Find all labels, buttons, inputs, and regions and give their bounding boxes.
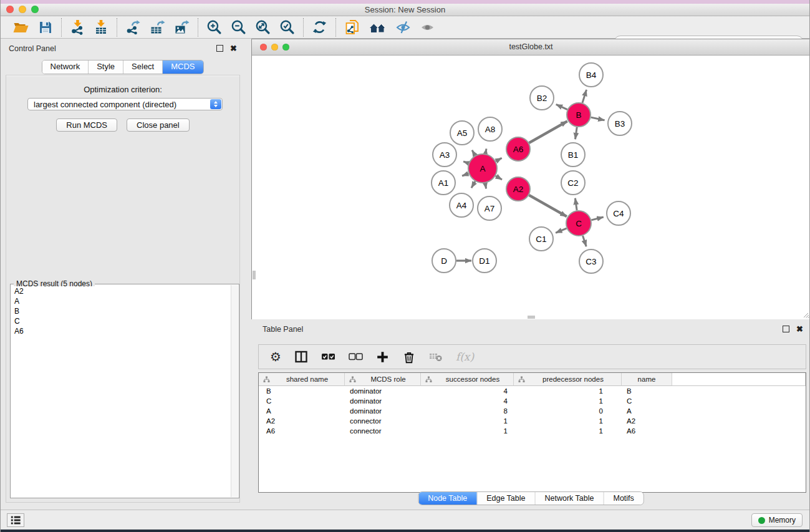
table-cell[interactable]: connector — [345, 417, 421, 425]
table-cell[interactable]: C — [259, 397, 345, 405]
show-hide-columns-button[interactable] — [294, 349, 309, 364]
table-cell[interactable]: 1 — [421, 427, 514, 435]
network-window-titlebar[interactable]: testGlobe.txt — [252, 39, 810, 56]
graph-edge-A-A7[interactable] — [485, 183, 486, 189]
table-cell[interactable]: A2 — [259, 417, 345, 425]
column-header-predecessor-nodes[interactable]: predecessor nodes — [514, 373, 622, 386]
delete-table-button[interactable] — [428, 351, 443, 363]
graph-edge-A2-C[interactable] — [529, 195, 566, 216]
table-cell[interactable]: A6 — [622, 427, 672, 435]
table-row[interactable]: A6connector11A6 — [259, 426, 806, 436]
export-network-button[interactable] — [125, 19, 142, 36]
close-table-panel-icon[interactable]: ✖ — [796, 326, 803, 332]
table-cell[interactable]: dominator — [345, 387, 421, 395]
table-cell[interactable]: 1 — [514, 387, 622, 395]
import-table-button[interactable] — [93, 19, 109, 36]
zoom-selected-button[interactable] — [279, 19, 296, 36]
table-cell[interactable]: dominator — [345, 407, 421, 415]
select-all-button[interactable] — [321, 351, 336, 362]
network-canvas[interactable]: B4B2BB3A5A8A6B1A3AC2A1A2A4A7C4CC1C3DD1 — [252, 56, 810, 319]
graph-edge-A6-B[interactable] — [529, 121, 567, 143]
import-network-button[interactable] — [69, 19, 85, 36]
delete-column-button[interactable] — [402, 349, 417, 365]
column-header-shared-name[interactable]: shared name — [259, 373, 345, 386]
close-panel-button[interactable]: Close panel — [127, 118, 190, 132]
table-row[interactable]: A2connector11A2 — [259, 416, 806, 426]
export-table-button[interactable] — [149, 19, 166, 36]
maximize-window-button[interactable] — [31, 6, 39, 13]
deselect-all-button[interactable] — [348, 351, 364, 362]
task-history-button[interactable] — [7, 513, 24, 527]
graph-edge-B-B2[interactable] — [556, 104, 567, 109]
graph-edge-A-A2[interactable] — [496, 176, 502, 180]
float-table-panel-icon[interactable] — [783, 326, 789, 332]
column-header-name[interactable]: name — [622, 373, 672, 386]
table-cell[interactable]: 4 — [421, 387, 514, 395]
mcds-result-item[interactable]: A — [11, 296, 231, 306]
table-cell[interactable]: B — [622, 387, 672, 395]
mcds-result-item[interactable]: A2 — [11, 286, 231, 296]
table-cell[interactable]: A6 — [259, 427, 345, 435]
table-cell[interactable]: 0 — [514, 407, 622, 415]
tab-motifs[interactable]: Motifs — [604, 492, 643, 505]
column-header-MCDS-role[interactable]: MCDS role — [345, 373, 421, 386]
first-neighbors-button[interactable] — [369, 19, 387, 36]
graph-edge-A-A6[interactable] — [496, 158, 502, 161]
minimize-window-button[interactable] — [19, 6, 26, 13]
table-cell[interactable]: A — [259, 407, 345, 415]
close-network-button[interactable] — [260, 44, 267, 51]
graph-edge-B-B3[interactable] — [591, 117, 605, 120]
tab-select[interactable]: Select — [123, 60, 163, 74]
table-cell[interactable]: connector — [345, 427, 421, 435]
float-panel-icon[interactable] — [216, 45, 223, 52]
apply-layout-button[interactable] — [311, 19, 328, 36]
tab-edge-table[interactable]: Edge Table — [477, 492, 535, 505]
table-cell[interactable]: A2 — [622, 417, 672, 425]
column-header-successor-nodes[interactable]: successor nodes — [421, 373, 514, 386]
graph-edge-C-C1[interactable] — [556, 228, 567, 233]
export-image-button[interactable] — [173, 19, 190, 36]
close-window-button[interactable] — [6, 6, 14, 13]
table-cell[interactable]: B — [259, 387, 345, 395]
vertical-scrollbar-thumb[interactable] — [253, 271, 256, 279]
tab-style[interactable]: Style — [89, 60, 123, 74]
graph-edge-C-C4[interactable] — [591, 217, 603, 220]
table-row[interactable]: Bdominator41B — [259, 386, 806, 396]
close-panel-icon[interactable]: ✖ — [230, 46, 237, 52]
resize-grip-icon[interactable] — [804, 313, 809, 318]
graph-edge-C-C3[interactable] — [583, 236, 587, 246]
table-cell[interactable]: C — [622, 397, 672, 405]
result-scrollbar[interactable] — [231, 285, 238, 497]
table-row[interactable]: Adominator80A — [259, 406, 806, 416]
graph-edge-B-B1[interactable] — [575, 127, 577, 139]
table-cell[interactable]: A — [622, 407, 672, 415]
table-row[interactable]: Cdominator41C — [259, 396, 806, 406]
table-cell[interactable]: 1 — [514, 397, 622, 405]
graph-edge-B-B4[interactable] — [582, 90, 587, 103]
maximize-network-button[interactable] — [282, 44, 289, 51]
zoom-fit-button[interactable] — [254, 19, 271, 36]
graph-edge-A-A3[interactable] — [463, 162, 468, 163]
table-options-button[interactable]: ⚙ — [269, 350, 282, 364]
tab-network-table[interactable]: Network Table — [536, 492, 604, 505]
hide-selected-button[interactable] — [395, 19, 412, 36]
graph-edge-A-A1[interactable] — [462, 173, 468, 176]
graph-edge-C-C2[interactable] — [575, 198, 577, 210]
run-mcds-button[interactable]: Run MCDS — [56, 118, 117, 132]
save-session-button[interactable] — [37, 19, 54, 36]
minimize-network-button[interactable] — [271, 44, 278, 51]
zoom-in-button[interactable] — [206, 19, 223, 36]
memory-button[interactable]: Memory — [751, 513, 803, 527]
graph-edge-A-A4[interactable] — [471, 181, 475, 188]
tab-node-table[interactable]: Node Table — [418, 492, 477, 505]
horizontal-scrollbar-thumb[interactable] — [528, 316, 535, 319]
add-column-button[interactable] — [375, 350, 390, 364]
optimization-criterion-select[interactable]: largest connected component (directed) — [27, 98, 223, 110]
show-graphics-details-button[interactable] — [419, 19, 436, 36]
table-cell[interactable]: 1 — [514, 427, 622, 435]
mcds-result-item[interactable]: A6 — [11, 326, 231, 336]
function-builder-button[interactable]: f(x) — [455, 350, 475, 364]
graph-edge-A-A8[interactable] — [485, 148, 486, 153]
table-cell[interactable]: 1 — [514, 417, 622, 425]
network-from-selection-button[interactable] — [344, 18, 361, 36]
